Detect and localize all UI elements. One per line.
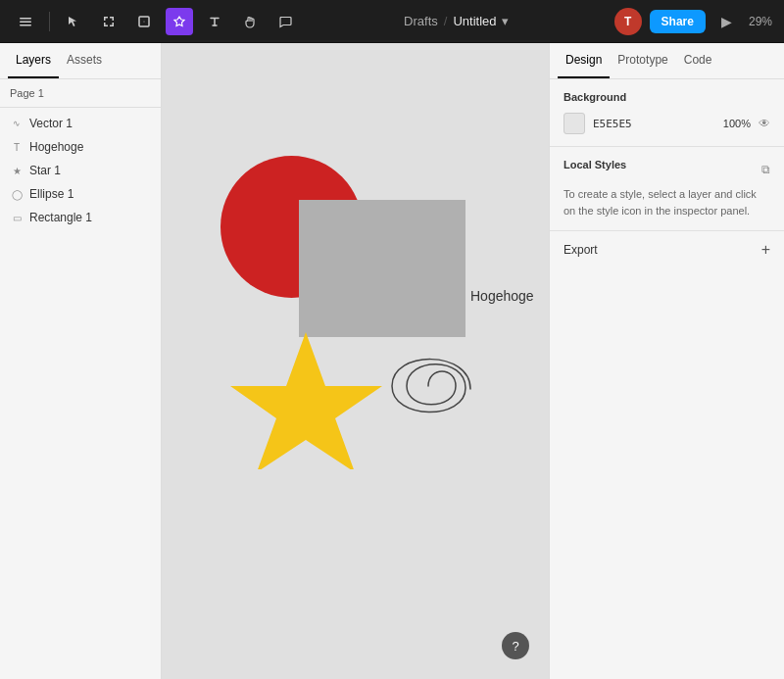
text-layer-icon: T — [10, 142, 24, 153]
spiral-shape[interactable] — [372, 332, 485, 443]
svg-rect-2 — [20, 24, 31, 26]
vector-icon: ∿ — [10, 119, 24, 128]
layer-list: ∿ Vector 1 T Hogehoge ★ Star 1 ◯ Ellipse… — [0, 108, 161, 679]
background-opacity[interactable]: 100% — [723, 118, 751, 129]
text-tool-icon[interactable] — [201, 8, 228, 35]
tab-assets[interactable]: Assets — [59, 43, 110, 78]
panel-tabs: Layers Assets — [0, 43, 161, 79]
tool-separator-1 — [49, 12, 50, 31]
right-panel-tabs: Design Prototype Code — [550, 43, 784, 79]
share-button[interactable]: Share — [650, 10, 706, 33]
move-tool-icon[interactable] — [60, 8, 87, 35]
canvas-area[interactable]: Hogehoge ? — [162, 43, 549, 679]
toolbar-left — [12, 8, 299, 35]
layer-item[interactable]: ★ Star 1 — [0, 159, 161, 182]
layer-name: Hogehoge — [29, 140, 83, 154]
tab-design[interactable]: Design — [558, 43, 610, 78]
background-label: Background — [564, 91, 770, 103]
svg-rect-10 — [113, 23, 115, 26]
visibility-icon[interactable]: 👁 — [759, 117, 770, 130]
pen-tool-icon[interactable] — [166, 8, 193, 35]
layer-name: Rectangle 1 — [29, 211, 92, 224]
svg-rect-0 — [20, 18, 31, 20]
ellipse-layer-icon: ◯ — [10, 189, 24, 200]
layer-item[interactable]: ◯ Ellipse 1 — [0, 182, 161, 206]
rectangle-shape[interactable] — [299, 200, 466, 337]
layer-item[interactable]: T Hogehoge — [0, 135, 161, 159]
tab-layers[interactable]: Layers — [8, 43, 59, 78]
left-panel: Layers Assets Page 1 ∿ Vector 1 T Hogeho… — [0, 43, 162, 679]
styles-hint-text: To create a style, select a layer and cl… — [564, 186, 770, 218]
add-export-icon[interactable]: + — [761, 241, 770, 259]
dropdown-chevron-icon[interactable]: ▾ — [502, 14, 509, 28]
background-swatch[interactable] — [564, 113, 585, 134]
present-button[interactable]: ▶ — [713, 8, 741, 35]
svg-rect-1 — [20, 21, 31, 23]
local-styles-header: Local Styles ⧉ — [564, 159, 770, 180]
breadcrumb: Drafts / Untitled ▾ — [404, 14, 509, 28]
star-shape[interactable] — [230, 327, 382, 472]
svg-marker-13 — [230, 332, 382, 469]
shape-tool-icon[interactable] — [130, 8, 158, 35]
svg-rect-7 — [104, 17, 106, 21]
export-label: Export — [564, 243, 598, 257]
page-section: Page 1 — [0, 79, 161, 108]
page-label: Page 1 — [10, 87, 44, 99]
svg-rect-9 — [113, 17, 115, 21]
export-section: Export + — [550, 231, 784, 268]
zoom-level[interactable]: 29% — [749, 15, 772, 28]
toolbar: Drafts / Untitled ▾ T Share ▶ 29% — [0, 0, 784, 43]
layer-item[interactable]: ▭ Rectangle 1 — [0, 206, 161, 229]
svg-rect-8 — [104, 23, 106, 26]
frame-tool-icon[interactable] — [95, 8, 122, 35]
help-button[interactable]: ? — [502, 632, 529, 659]
layer-name: Vector 1 — [29, 117, 73, 130]
tab-prototype[interactable]: Prototype — [610, 43, 675, 78]
drafts-label[interactable]: Drafts — [404, 14, 438, 28]
background-section: Background E5E5E5 100% 👁 — [550, 79, 784, 147]
layer-name: Ellipse 1 — [29, 187, 74, 201]
main-area: Layers Assets Page 1 ∿ Vector 1 T Hogeho… — [0, 43, 784, 679]
rect-layer-icon: ▭ — [10, 213, 24, 223]
tab-code[interactable]: Code — [676, 43, 720, 78]
toolbar-right: T Share ▶ 29% — [614, 8, 772, 35]
styles-grid-icon[interactable]: ⧉ — [761, 163, 770, 176]
canvas-text-label[interactable]: Hogehoge — [470, 288, 534, 304]
local-styles-section: Local Styles ⧉ To create a style, select… — [550, 147, 784, 231]
layer-name: Star 1 — [29, 164, 61, 177]
breadcrumb-sep: / — [444, 14, 448, 28]
svg-point-12 — [144, 21, 145, 22]
layer-item[interactable]: ∿ Vector 1 — [0, 112, 161, 135]
background-hex[interactable]: E5E5E5 — [593, 118, 715, 130]
local-styles-label: Local Styles — [564, 159, 626, 170]
file-title[interactable]: Untitled — [453, 14, 496, 28]
background-row: E5E5E5 100% 👁 — [564, 113, 770, 134]
hand-tool-icon[interactable] — [236, 8, 264, 35]
star-layer-icon: ★ — [10, 166, 24, 176]
menu-icon[interactable] — [12, 8, 39, 35]
right-panel: Design Prototype Code Background E5E5E5 … — [549, 43, 784, 679]
comment-tool-icon[interactable] — [271, 8, 299, 35]
avatar: T — [614, 8, 642, 35]
